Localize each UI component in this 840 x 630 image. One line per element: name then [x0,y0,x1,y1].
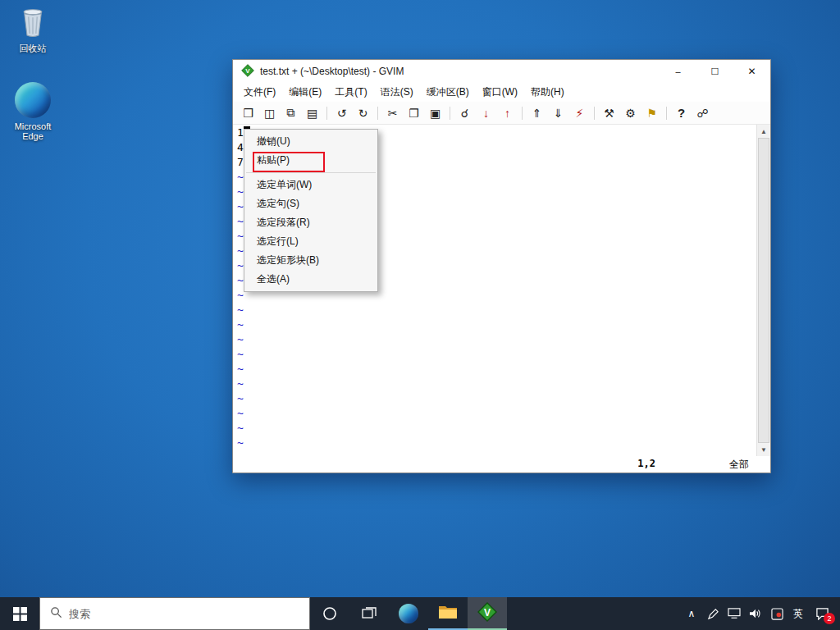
scrollbar-thumb[interactable] [758,138,769,443]
status-bar: 1,2 全部 [233,456,770,472]
make-icon[interactable]: ⚒ [599,103,619,122]
context-item-select-line[interactable]: 选定行(L) [244,232,377,251]
redo-icon[interactable]: ↻ [353,103,373,122]
menu-file[interactable]: 文件(F) [237,83,282,102]
toolbar-separator [663,103,670,122]
find-help-icon[interactable]: ☍ [692,103,713,122]
close-button[interactable]: ✕ [733,60,770,83]
help-icon[interactable]: ? [671,103,692,122]
search-icon [50,606,62,622]
microsoft-edge-desktop-icon[interactable]: Microsoft Edge [5,82,61,141]
context-item-select-paragraph[interactable]: 选定段落(R) [244,213,377,232]
find-next-icon[interactable]: ↓ [476,103,496,122]
scroll-down-arrow-icon[interactable]: ▼ [757,443,770,456]
window-controls: – ☐ ✕ [660,60,770,83]
svg-text:V: V [484,607,491,619]
toolbar-separator [446,103,454,122]
tilde: ~ [237,303,756,317]
toolbar-separator [323,103,331,122]
task-view-button[interactable] [349,597,389,630]
undo-icon[interactable]: ↺ [331,103,352,122]
edge-icon [399,604,418,623]
recycle-bin-desktop-icon[interactable]: 回收站 [5,7,61,55]
menu-syntax[interactable]: 语法(S) [374,83,420,102]
menu-edit[interactable]: 编辑(E) [282,83,328,102]
cortana-button[interactable] [310,597,349,630]
edge-icon [15,82,51,118]
scroll-position-label: 全部 [729,458,749,472]
desktop-icon-label: 回收站 [20,43,47,55]
menu-tools[interactable]: 工具(T) [328,83,373,102]
desktop-icon-label: Microsoft Edge [5,121,61,141]
context-item-select-word[interactable]: 选定单词(W) [244,176,377,194]
taskbar-file-explorer-button[interactable] [428,597,468,630]
save-session-icon[interactable]: ⇓ [548,103,568,122]
hidden-icons-chevron-icon[interactable]: ∧ [681,597,702,630]
menu-help[interactable]: 帮助(H) [524,83,571,102]
save-icon[interactable]: ◫ [259,103,280,122]
menu-buffers[interactable]: 缓冲区(B) [420,83,476,102]
volume-icon[interactable] [745,597,766,630]
tilde: ~ [237,377,756,391]
start-button[interactable] [0,597,39,630]
print-icon[interactable]: ▤ [302,103,322,122]
paste-icon[interactable]: ▣ [425,103,445,122]
open-icon[interactable]: ❒ [238,103,258,122]
search-input[interactable] [69,608,274,620]
system-tray: ∧ 英 [681,597,840,630]
tilde: ~ [237,347,756,362]
copy-icon[interactable]: ❐ [404,103,424,122]
toolbar: ❒◫⧉▤↺↻✂❐▣☌↓↑⇑⇓⚡⚒⚙⚑?☍ [233,102,770,125]
tilde: ~ [237,332,756,347]
maximize-button[interactable]: ☐ [696,60,733,83]
menu-window[interactable]: 窗口(W) [476,83,524,102]
title-bar: V test.txt + (~\Desktop\test) - GVIM – ☐… [233,60,770,83]
svg-text:V: V [245,67,250,75]
context-item-undo[interactable]: 撤销(U) [244,132,377,151]
load-session-icon[interactable]: ⇑ [527,103,547,122]
save-all-icon[interactable]: ⧉ [281,103,301,122]
tilde: ~ [237,406,756,421]
toolbar-separator [518,103,526,122]
cut-icon[interactable]: ✂ [382,103,403,122]
scroll-up-arrow-icon[interactable]: ▲ [757,125,770,138]
gvim-icon: V [241,64,254,80]
gvim-icon: V [477,602,497,625]
window-title: test.txt + (~\Desktop\test) - GVIM [260,66,404,77]
run-script-icon[interactable]: ⚡ [569,103,590,122]
context-menu: 撤销(U)粘贴(P)选定单词(W)选定句(S)选定段落(R)选定行(L)选定矩形… [244,129,378,292]
tilde: ~ [237,317,756,332]
find-icon[interactable]: ☌ [454,103,475,122]
cursor-position: 1,2 [637,458,655,469]
menu-bar: 文件(F)编辑(E)工具(T)语法(S)缓冲区(B)窗口(W)帮助(H) [233,83,770,102]
toolbar-separator [374,103,381,122]
context-item-select-all[interactable]: 全选(A) [244,270,377,289]
taskbar: V ∧ 英 [0,597,840,630]
find-prev-icon[interactable]: ↑ [497,103,518,122]
pen-icon[interactable] [702,597,724,630]
tilde: ~ [237,391,756,406]
tag-jump-icon[interactable]: ⚑ [641,103,662,122]
action-center-button[interactable]: 2 [809,597,835,630]
build-tags-icon[interactable]: ⚙ [620,103,641,122]
context-item-select-block[interactable]: 选定矩形块(B) [244,251,377,270]
context-separator [246,172,376,173]
taskbar-search[interactable] [39,597,310,630]
tilde: ~ [237,436,756,450]
ime-language-indicator[interactable]: 英 [788,597,809,630]
notification-badge: 2 [824,613,835,624]
tilde: ~ [237,362,756,377]
display-network-icon[interactable] [724,597,745,630]
vertical-scrollbar[interactable]: ▲ ▼ [756,125,770,456]
toolbar-separator [591,103,598,122]
context-item-select-sentence[interactable]: 选定句(S) [244,194,377,213]
taskbar-edge-button[interactable] [389,597,428,630]
tilde: ~ [237,421,756,436]
file-explorer-icon [438,604,458,623]
tray-app-icon[interactable] [766,597,788,630]
recycle-bin-icon [18,7,48,39]
context-item-paste[interactable]: 粘贴(P) [244,151,377,170]
minimize-button[interactable]: – [660,60,696,83]
taskbar-gvim-button[interactable]: V [468,597,507,630]
